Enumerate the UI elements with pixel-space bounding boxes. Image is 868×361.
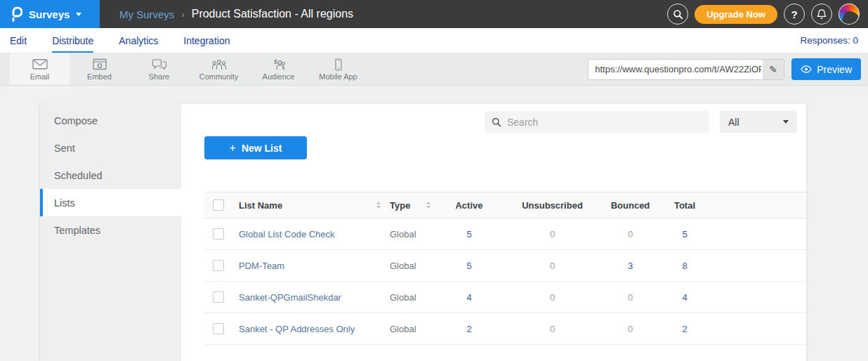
unsubscribed-count[interactable]: 0 xyxy=(501,324,604,334)
new-list-button[interactable]: + New List xyxy=(204,136,307,159)
row-checkbox[interactable] xyxy=(213,291,224,303)
list-name-link[interactable]: Sanket - QP Addresses Only xyxy=(239,324,355,334)
header-type[interactable]: Type xyxy=(388,200,426,211)
select-all-checkbox[interactable] xyxy=(213,199,224,211)
list-type: Global xyxy=(388,229,438,239)
bounced-count[interactable]: 0 xyxy=(604,292,657,303)
survey-title: Product Satisfaction - All regions xyxy=(192,8,353,20)
list-search-box xyxy=(485,111,709,133)
search-icon xyxy=(673,9,683,20)
list-name-link[interactable]: Global List Code Check xyxy=(239,229,335,239)
new-list-label: New List xyxy=(242,143,282,154)
upgrade-now-button[interactable]: Upgrade Now xyxy=(695,5,777,24)
notifications-button[interactable] xyxy=(811,4,832,25)
channel-community[interactable]: Community xyxy=(189,53,249,85)
product-switcher[interactable]: Surveys xyxy=(0,0,100,28)
survey-url-wrap: ✎ xyxy=(588,59,784,80)
sort-type-icon[interactable] xyxy=(426,202,430,209)
channel-embed[interactable]: Embed xyxy=(70,53,129,85)
table-header: List Name Type Active Unsubscribed Bounc… xyxy=(204,192,806,218)
bounced-count[interactable]: 0 xyxy=(604,229,657,239)
responses-count[interactable]: Responses: 0 xyxy=(800,35,858,46)
help-button[interactable]: ? xyxy=(784,4,805,25)
channel-label: Audience xyxy=(263,72,295,81)
header-list-name[interactable]: List Name xyxy=(236,200,376,211)
row-checkbox[interactable] xyxy=(213,260,224,271)
tab-integration[interactable]: Integration xyxy=(183,29,230,53)
edit-url-button[interactable]: ✎ xyxy=(763,60,784,79)
unsubscribed-count[interactable]: 0 xyxy=(501,261,604,271)
list-name-link[interactable]: PDM-Team xyxy=(239,261,284,271)
total-count[interactable]: 8 xyxy=(657,261,713,271)
search-input[interactable] xyxy=(507,117,702,128)
channel-email[interactable]: Email xyxy=(10,53,70,85)
search-button[interactable] xyxy=(667,4,688,25)
channel-mobile-app[interactable]: Mobile App xyxy=(308,53,368,85)
nav-tabs: Edit Distribute Analytics Integration xyxy=(10,29,230,53)
breadcrumb-my-surveys[interactable]: My Surveys xyxy=(119,8,174,20)
sort-list-name-icon[interactable] xyxy=(376,202,381,209)
active-count[interactable]: 5 xyxy=(438,229,501,239)
lists-main: All + New List List Name Type Active Uns… xyxy=(181,104,806,361)
preview-button[interactable]: Preview xyxy=(791,58,861,80)
unsubscribed-count[interactable]: 0 xyxy=(501,292,604,303)
active-count[interactable]: 2 xyxy=(438,324,501,334)
list-type: Global xyxy=(388,324,438,334)
mobile-phone-icon xyxy=(330,58,347,71)
eye-icon xyxy=(801,65,812,73)
tab-analytics[interactable]: Analytics xyxy=(119,29,158,53)
breadcrumb: My Surveys › Product Satisfaction - All … xyxy=(119,8,353,20)
user-avatar[interactable] xyxy=(839,4,860,25)
channel-label: Community xyxy=(199,72,239,81)
table-row: PDM-Team Global 5 0 3 8 xyxy=(204,250,806,282)
total-count[interactable]: 4 xyxy=(657,292,713,303)
chevron-down-icon xyxy=(783,120,789,124)
total-count[interactable]: 5 xyxy=(657,229,713,239)
unsubscribed-count[interactable]: 0 xyxy=(501,229,604,239)
list-filter-dropdown[interactable]: All xyxy=(720,111,797,133)
survey-url-input[interactable] xyxy=(588,59,784,80)
pencil-icon: ✎ xyxy=(769,64,777,75)
browser-gear-icon xyxy=(91,58,108,71)
survey-nav: Edit Distribute Analytics Integration Re… xyxy=(0,28,868,53)
distribute-toolbar: Email Embed Share Community $ Audience xyxy=(0,53,868,86)
active-count[interactable]: 4 xyxy=(438,292,501,303)
preview-label: Preview xyxy=(817,64,852,75)
total-count[interactable]: 2 xyxy=(657,324,713,334)
chevron-down-icon xyxy=(76,13,81,16)
channel-audience[interactable]: $ Audience xyxy=(249,53,308,85)
sidebar-item-templates[interactable]: Templates xyxy=(40,216,181,244)
search-icon xyxy=(492,117,501,127)
top-bar: Surveys My Surveys › Product Satisfactio… xyxy=(0,0,868,28)
list-type: Global xyxy=(388,292,438,303)
active-count[interactable]: 5 xyxy=(438,261,501,271)
sidebar-item-lists[interactable]: Lists xyxy=(40,189,181,216)
svg-text:$: $ xyxy=(274,58,277,65)
bell-icon xyxy=(817,9,827,20)
email-panel: Compose Sent Scheduled Lists Templates A… xyxy=(40,104,806,361)
table-row: Global List Code Check Global 5 0 0 5 xyxy=(204,218,806,250)
channel-label: Share xyxy=(149,72,169,81)
bounced-count[interactable]: 3 xyxy=(604,261,657,271)
bounced-count[interactable]: 0 xyxy=(604,324,657,334)
email-sidebar: Compose Sent Scheduled Lists Templates xyxy=(40,104,181,361)
tab-edit[interactable]: Edit xyxy=(10,29,27,53)
list-name-link[interactable]: Sanket-QPGmailShekdar xyxy=(239,292,341,303)
channel-tabs: Email Embed Share Community $ Audience xyxy=(10,53,368,85)
row-checkbox[interactable] xyxy=(213,323,224,334)
product-menu-label: Surveys xyxy=(29,8,70,20)
sidebar-item-sent[interactable]: Sent xyxy=(40,134,181,162)
tab-distribute[interactable]: Distribute xyxy=(52,29,93,53)
channel-share[interactable]: Share xyxy=(129,53,189,85)
envelope-icon xyxy=(32,58,48,71)
dollar-people-icon: $ xyxy=(270,58,287,71)
filter-value: All xyxy=(728,117,739,128)
channel-label: Embed xyxy=(87,72,112,81)
table-row: Sanket-QPGmailShekdar Global 4 0 0 4 xyxy=(204,282,806,313)
questionpro-logo-icon xyxy=(10,6,22,22)
row-checkbox[interactable] xyxy=(213,228,224,239)
sidebar-item-scheduled[interactable]: Scheduled xyxy=(40,162,181,189)
header-unsubscribed: Unsubscribed xyxy=(501,200,604,211)
channel-label: Email xyxy=(30,72,50,81)
sidebar-item-compose[interactable]: Compose xyxy=(40,107,181,134)
